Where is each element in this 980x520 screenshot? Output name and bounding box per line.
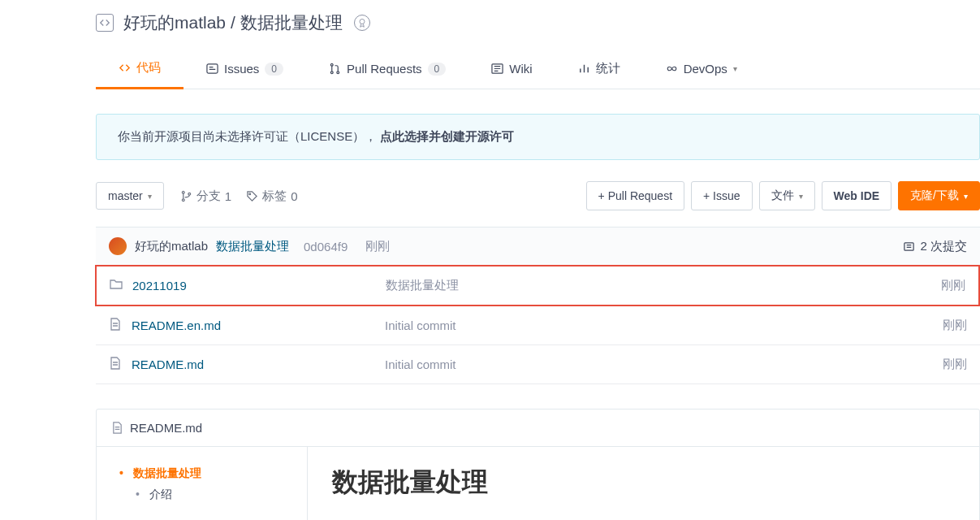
file-commit-message[interactable]: 数据批量处理 xyxy=(386,278,917,293)
commits-count-link[interactable]: 2 次提交 xyxy=(903,239,967,254)
svg-point-4 xyxy=(337,72,339,74)
tab-pull-requests[interactable]: Pull Requests 0 xyxy=(306,49,468,89)
tab-wiki[interactable]: Wiki xyxy=(468,49,555,89)
file-name-link[interactable]: README.md xyxy=(132,358,204,371)
commit-author[interactable]: 好玩的matlab xyxy=(135,239,208,254)
file-commit-message[interactable]: Initial commit xyxy=(385,318,918,332)
readme-header: README.md xyxy=(97,410,979,447)
repo-header: 好玩的matlab / 数据批量处理 xyxy=(96,0,980,49)
file-name-link[interactable]: 20211019 xyxy=(132,279,187,292)
files-dropdown[interactable]: 文件 ▾ xyxy=(759,181,815,210)
commit-message[interactable]: 数据批量处理 xyxy=(216,239,289,254)
toc-item[interactable]: 数据批量处理 xyxy=(119,463,284,484)
repo-toolbar: master ▾ 分支 1 标签 0 + Pull Request + Issu… xyxy=(96,181,980,210)
file-time: 刚刚 xyxy=(918,357,967,372)
repo-tabs: 代码 Issues 0 Pull Requests 0 Wiki 统计 DevO… xyxy=(96,49,980,89)
svg-point-8 xyxy=(188,193,191,195)
create-license-link[interactable]: 点此选择并创建开源许可 xyxy=(380,129,514,143)
file-time: 刚刚 xyxy=(917,278,965,293)
award-icon[interactable] xyxy=(354,15,370,31)
tab-issues[interactable]: Issues 0 xyxy=(183,49,306,89)
caret-down-icon: ▾ xyxy=(799,192,803,201)
new-pull-request-button[interactable]: + Pull Request xyxy=(586,181,684,210)
tags-link[interactable]: 标签 0 xyxy=(246,188,297,204)
clone-download-button[interactable]: 克隆/下载 ▾ xyxy=(898,181,980,210)
svg-point-3 xyxy=(330,72,333,74)
readme-filename[interactable]: README.md xyxy=(130,421,202,435)
svg-point-2 xyxy=(330,63,333,66)
readme-heading: 数据批量处理 xyxy=(332,465,955,500)
tab-stats[interactable]: 统计 xyxy=(555,49,643,89)
caret-down-icon: ▾ xyxy=(964,192,968,201)
file-row[interactable]: README.md Initial commit 刚刚 xyxy=(96,345,980,384)
tab-devops[interactable]: DevOps ▾ xyxy=(643,49,760,89)
caret-down-icon: ▾ xyxy=(148,192,152,201)
commit-hash[interactable]: 0d064f9 xyxy=(304,240,348,254)
svg-point-0 xyxy=(360,20,365,24)
latest-commit-bar: 好玩的matlab 数据批量处理 0d064f9 刚刚 2 次提交 xyxy=(96,227,980,266)
file-icon xyxy=(109,318,123,333)
toc-item[interactable]: 介绍 xyxy=(119,484,284,505)
chevron-down-icon: ▾ xyxy=(733,64,737,73)
owner-link[interactable]: 好玩的matlab xyxy=(123,13,226,32)
file-row[interactable]: README.en.md Initial commit 刚刚 xyxy=(96,306,980,345)
code-icon xyxy=(96,14,114,32)
new-issue-button[interactable]: + Issue xyxy=(691,181,753,210)
license-notice: 你当前开源项目尚未选择许可证（LICENSE）， 点此选择并创建开源许可 xyxy=(96,114,980,160)
repo-breadcrumb: 好玩的matlab / 数据批量处理 xyxy=(123,11,343,34)
file-icon xyxy=(109,357,123,372)
folder-icon xyxy=(110,278,124,293)
readme-content: 数据批量处理 xyxy=(308,447,979,520)
readme-toc: 数据批量处理 介绍 xyxy=(97,447,308,520)
svg-rect-1 xyxy=(207,64,218,73)
file-row[interactable]: 20211019 数据批量处理 刚刚 xyxy=(95,265,980,306)
branch-selector[interactable]: master ▾ xyxy=(96,182,164,210)
svg-rect-10 xyxy=(904,242,913,249)
web-ide-button[interactable]: Web IDE xyxy=(822,181,892,210)
file-name-link[interactable]: README.en.md xyxy=(132,318,221,332)
branches-link[interactable]: 分支 1 xyxy=(180,188,231,204)
file-list: 20211019 数据批量处理 刚刚 README.en.md Initial … xyxy=(96,265,980,384)
tab-code[interactable]: 代码 xyxy=(96,49,183,89)
svg-point-7 xyxy=(182,198,184,201)
svg-point-6 xyxy=(182,191,184,193)
avatar[interactable] xyxy=(109,237,127,255)
repo-link[interactable]: 数据批量处理 xyxy=(240,13,343,32)
svg-point-9 xyxy=(249,193,251,194)
file-time: 刚刚 xyxy=(918,318,967,333)
file-commit-message[interactable]: Initial commit xyxy=(385,358,918,371)
readme-panel: README.md 数据批量处理 介绍 数据批量处理 xyxy=(96,409,980,520)
commit-time: 刚刚 xyxy=(365,239,390,254)
